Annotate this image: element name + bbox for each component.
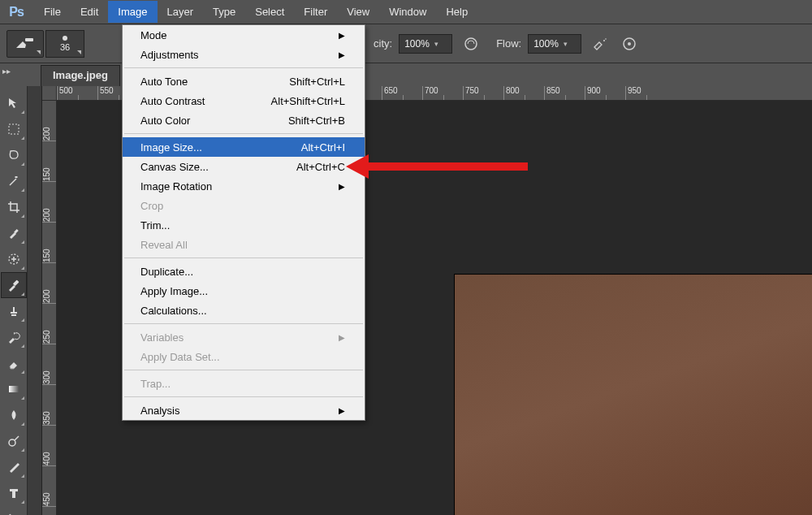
menu-item-adjustments[interactable]: Adjustments▶	[123, 45, 365, 64]
pressure-size-icon[interactable]	[619, 33, 640, 54]
menu-help[interactable]: Help	[436, 1, 477, 23]
tool-type[interactable]	[2, 481, 26, 505]
menu-select[interactable]: Select	[245, 1, 294, 23]
tool-eyedropper[interactable]	[2, 221, 26, 245]
image-content	[747, 494, 812, 515]
brush-size-value: 36	[60, 42, 70, 52]
svg-point-3	[605, 38, 607, 40]
tool-dodge[interactable]	[2, 429, 26, 453]
menu-edit[interactable]: Edit	[71, 1, 108, 23]
menu-filter[interactable]: Filter	[294, 1, 337, 23]
svg-rect-10	[9, 386, 19, 392]
menu-view[interactable]: View	[337, 1, 379, 23]
menu-item-trim[interactable]: Trim...	[123, 215, 365, 235]
brush-preset-picker[interactable]: 36	[45, 30, 84, 58]
tool-magic-wand[interactable]	[2, 169, 26, 193]
tool-marquee[interactable]	[2, 117, 26, 141]
panels-collapse-toggle[interactable]: ▸▸	[0, 63, 13, 78]
menu-type[interactable]: Type	[203, 1, 245, 23]
menu-separator	[124, 396, 363, 397]
app-logo: Ps	[5, 3, 28, 21]
menu-item-auto-color[interactable]: Auto ColorShift+Ctrl+B	[123, 110, 365, 130]
canvas[interactable]	[455, 275, 812, 515]
menu-file[interactable]: File	[34, 1, 71, 23]
tool-blur[interactable]	[2, 403, 26, 427]
tool-brush[interactable]	[2, 273, 26, 297]
menu-separator	[124, 258, 363, 258]
svg-rect-0	[25, 38, 33, 41]
tool-gradient[interactable]	[2, 377, 26, 401]
tool-history-brush[interactable]	[2, 325, 26, 349]
tool-stamp[interactable]	[2, 299, 26, 323]
svg-point-11	[9, 439, 15, 446]
menu-item-image-size[interactable]: Image Size...Alt+Ctrl+I	[123, 137, 365, 157]
document-tab-bar: Image.jpeg	[41, 65, 120, 86]
menu-separator	[124, 133, 363, 134]
svg-point-1	[465, 38, 477, 50]
menu-window[interactable]: Window	[379, 1, 436, 23]
menu-item-apply-data-set: Apply Data Set...	[123, 347, 365, 366]
menu-separator	[124, 323, 363, 324]
svg-point-5	[628, 42, 631, 45]
menu-item-trap: Trap...	[123, 374, 365, 393]
airbrush-icon[interactable]	[590, 33, 611, 54]
ruler-origin[interactable]	[42, 86, 57, 101]
menu-item-reveal-all: Reveal All	[123, 235, 365, 254]
pressure-opacity-icon[interactable]	[460, 33, 482, 54]
flow-label: Flow:	[496, 37, 521, 50]
flow-field[interactable]: 100%▾	[528, 34, 581, 54]
panel-dock-strip[interactable]	[28, 86, 42, 515]
document-tab[interactable]: Image.jpeg	[41, 65, 120, 86]
menu-item-apply-image[interactable]: Apply Image...	[123, 281, 365, 301]
tool-crop[interactable]	[2, 195, 26, 219]
opacity-label: city:	[374, 37, 392, 50]
opacity-field[interactable]: 100%▾	[399, 34, 452, 54]
menu-item-calculations[interactable]: Calculations...	[123, 301, 365, 320]
menu-item-auto-tone[interactable]: Auto ToneShift+Ctrl+L	[123, 71, 365, 91]
menu-item-mode[interactable]: Mode▶	[123, 25, 365, 45]
menu-separator	[124, 67, 363, 68]
menu-item-variables: Variables▶	[123, 327, 365, 347]
tool-healing[interactable]	[2, 247, 26, 271]
svg-point-2	[603, 40, 605, 41]
menu-item-auto-contrast[interactable]: Auto ContrastAlt+Shift+Ctrl+L	[123, 91, 365, 110]
menu-layer[interactable]: Layer	[158, 1, 204, 23]
tool-move[interactable]	[2, 91, 26, 115]
menu-item-duplicate[interactable]: Duplicate...	[123, 262, 365, 281]
tool-eraser[interactable]	[2, 351, 26, 375]
menu-image[interactable]: Image	[108, 1, 157, 23]
tool-pen[interactable]	[2, 455, 26, 479]
menu-bar: Ps FileEditImageLayerTypeSelectFilterVie…	[0, 0, 812, 24]
brush-dot-icon	[63, 36, 67, 41]
menu-item-image-rotation[interactable]: Image Rotation▶	[123, 176, 365, 196]
image-menu-dropdown: Mode▶Adjustments▶Auto ToneShift+Ctrl+LAu…	[122, 24, 365, 421]
svg-rect-6	[9, 124, 19, 134]
annotation-arrow	[365, 162, 528, 171]
tool-lasso[interactable]	[2, 143, 26, 167]
menu-separator	[124, 370, 363, 370]
menu-item-canvas-size[interactable]: Canvas Size...Alt+Ctrl+C	[123, 157, 365, 176]
ruler-vertical[interactable]: 200150200150200250300350400450	[42, 101, 57, 515]
tools-panel	[0, 86, 28, 515]
menu-item-analysis[interactable]: Analysis▶	[123, 400, 365, 420]
tool-preset-picker[interactable]	[6, 30, 44, 58]
tool-path-select[interactable]	[2, 507, 26, 515]
menu-item-crop: Crop	[123, 196, 365, 215]
